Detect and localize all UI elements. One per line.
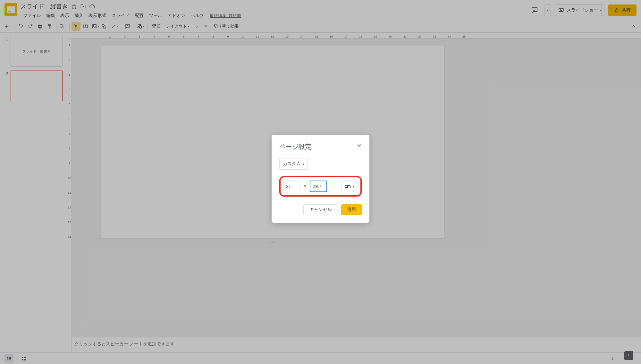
dialog-title: ページ設定 [279,142,362,151]
close-icon[interactable] [355,142,363,149]
page-preset-select[interactable]: カスタム [279,158,308,170]
unit-select[interactable]: cm [341,181,358,192]
height-input[interactable] [310,181,327,192]
width-input[interactable] [283,181,300,192]
multiply-icon: × [304,183,307,189]
size-inputs-highlight: × cm [279,176,362,197]
page-setup-dialog: ページ設定 カスタム × cm キャンセル 適用 [272,135,369,223]
cancel-button[interactable]: キャンセル [303,204,338,215]
apply-button[interactable]: 適用 [341,204,362,215]
